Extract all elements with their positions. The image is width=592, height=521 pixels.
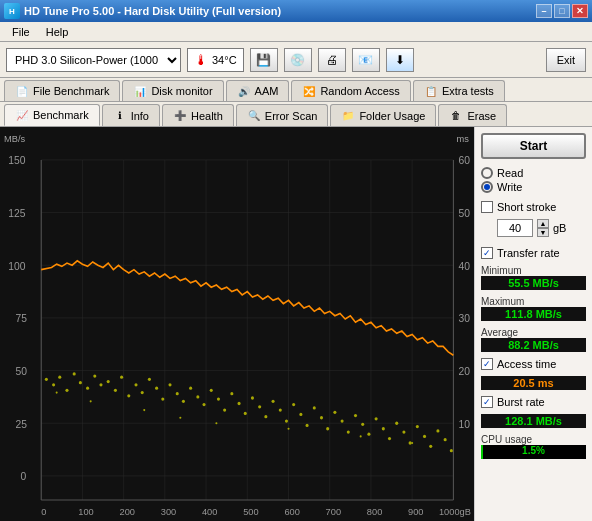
svg-text:40: 40 [459,259,471,271]
svg-point-62 [141,391,144,394]
svg-text:75: 75 [15,312,27,324]
svg-point-108 [56,391,58,393]
tab-health[interactable]: ➕ Health [162,104,234,126]
svg-point-84 [292,403,295,406]
app-icon: H [4,3,20,19]
svg-point-50 [58,376,61,379]
spinbox-unit: gB [553,222,566,234]
tab-error-scan[interactable]: 🔍 Error Scan [236,104,329,126]
svg-point-65 [161,397,164,400]
toolbar-btn-4[interactable]: 📧 [352,48,380,72]
folder-usage-icon: 📁 [341,109,355,123]
svg-point-86 [306,424,309,427]
toolbar-btn-5[interactable]: ⬇ [386,48,414,72]
tab-random-access[interactable]: 🔀 Random Access [291,80,410,101]
stat-minimum: Minimum 55.5 MB/s [481,265,586,290]
svg-point-115 [411,442,413,444]
svg-rect-0 [0,127,474,521]
toolbar: PHD 3.0 Silicon-Power (1000 gB) 🌡 34°C 💾… [0,42,592,78]
tab-disk-monitor-label: Disk monitor [151,85,212,97]
write-radio[interactable] [481,181,493,193]
svg-text:20: 20 [459,365,471,377]
stat-average: Average 88.2 MB/s [481,327,586,352]
short-stroke-checkbox[interactable] [481,201,493,213]
write-radio-label: Write [497,181,522,193]
svg-point-83 [285,419,288,422]
toolbar-btn-2[interactable]: 💿 [284,48,312,72]
tab-erase-label: Erase [467,110,496,122]
stat-cpu: CPU usage 1.5% [481,434,586,459]
svg-point-96 [375,417,378,420]
tab-folder-usage[interactable]: 📁 Folder Usage [330,104,436,126]
svg-point-105 [436,429,439,432]
access-time-label: Access time [497,358,556,370]
spinbox-up[interactable]: ▲ [537,219,549,228]
spinbox-input[interactable] [497,219,533,237]
svg-point-48 [45,378,48,381]
transfer-rate-label: Transfer rate [497,247,560,259]
tab-info-label: Info [131,110,149,122]
tab-benchmark-label: Benchmark [33,109,89,121]
burst-rate-checkbox[interactable]: ✓ [481,396,493,408]
tab-extra-tests[interactable]: 📋 Extra tests [413,80,505,101]
menu-file[interactable]: File [4,24,38,40]
tab-folder-usage-label: Folder Usage [359,110,425,122]
stat-maximum-value: 111.8 MB/s [481,307,586,321]
exit-button[interactable]: Exit [546,48,586,72]
svg-point-73 [217,397,220,400]
menu-bar: File Help [0,22,592,42]
toolbar-btn-1[interactable]: 💾 [250,48,278,72]
stat-burst-rate-value: 128.1 MB/s [481,414,586,428]
svg-point-88 [320,416,323,419]
drive-select[interactable]: PHD 3.0 Silicon-Power (1000 gB) [6,48,181,72]
burst-rate-item[interactable]: ✓ Burst rate [481,396,586,408]
svg-point-71 [202,403,205,406]
svg-text:0: 0 [21,470,27,482]
menu-help[interactable]: Help [38,24,77,40]
stat-maximum: Maximum 111.8 MB/s [481,296,586,321]
svg-text:60: 60 [459,154,471,166]
tab-disk-monitor[interactable]: 📊 Disk monitor [122,80,223,101]
svg-point-100 [402,430,405,433]
toolbar-btn-3[interactable]: 🖨 [318,48,346,72]
svg-text:200: 200 [120,506,135,517]
svg-point-85 [299,413,302,416]
svg-text:400: 400 [202,506,217,517]
stat-average-value: 88.2 MB/s [481,338,586,352]
spinbox-down[interactable]: ▼ [537,228,549,237]
svg-text:150: 150 [8,154,25,166]
tab-erase[interactable]: 🗑 Erase [438,104,507,126]
svg-point-79 [258,405,261,408]
svg-point-99 [395,422,398,425]
start-button[interactable]: Start [481,133,586,159]
close-button[interactable]: ✕ [572,4,588,18]
svg-point-112 [215,422,217,424]
svg-point-114 [360,435,362,437]
read-radio[interactable] [481,167,493,179]
write-radio-item[interactable]: Write [481,181,586,193]
svg-point-68 [182,400,185,403]
tab-health-label: Health [191,110,223,122]
transfer-rate-checkbox[interactable]: ✓ [481,247,493,259]
svg-point-63 [148,378,151,381]
svg-point-69 [189,386,192,389]
access-time-item[interactable]: ✓ Access time [481,358,586,370]
tab-benchmark[interactable]: 📈 Benchmark [4,104,100,126]
tab-file-benchmark[interactable]: 📄 File Benchmark [4,80,120,101]
svg-point-98 [388,437,391,440]
transfer-rate-item[interactable]: ✓ Transfer rate [481,247,586,259]
access-time-checkbox[interactable]: ✓ [481,358,493,370]
tab-aam[interactable]: 🔊 AAM [226,80,290,101]
short-stroke-item[interactable]: Short stroke [481,201,586,213]
minimize-button[interactable]: – [536,4,552,18]
read-radio-item[interactable]: Read [481,167,586,179]
tab-info[interactable]: ℹ Info [102,104,160,126]
cpu-bar-container: 1.5% [481,445,586,459]
svg-point-113 [287,428,289,430]
maximize-button[interactable]: □ [554,4,570,18]
svg-point-78 [251,396,254,399]
svg-point-51 [65,389,68,392]
chart-svg: 150 125 100 75 50 25 0 MB/s 60 50 40 30 … [0,127,474,521]
erase-icon: 🗑 [449,109,463,123]
svg-point-52 [73,372,76,375]
